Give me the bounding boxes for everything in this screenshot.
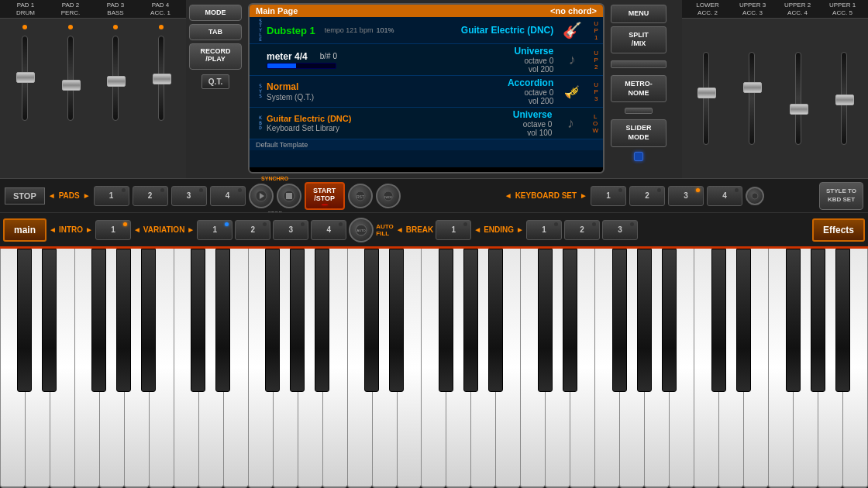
row-content-style: Dubstep 1 tempo 121 bpm 101% (267, 25, 461, 36)
intro-btn-1[interactable]: 1 (95, 220, 131, 240)
r-fader-track-1 (703, 52, 709, 145)
ending-btn-2[interactable]: 2 (564, 220, 600, 240)
fader-handle-4[interactable] (153, 74, 171, 84)
black-key-28[interactable] (711, 249, 726, 392)
style-name: Dubstep 1 (267, 25, 315, 36)
black-key-17[interactable] (439, 249, 453, 392)
r-fader-handle-4[interactable] (835, 95, 854, 105)
display-row-sys[interactable]: SYS Normal System (Q.T.) Accordion octav… (250, 76, 603, 108)
menu-button[interactable]: MENU (611, 5, 666, 23)
variation-btn-2[interactable]: 2 (235, 220, 270, 240)
black-key-33[interactable] (835, 249, 850, 392)
black-key-22[interactable] (563, 249, 577, 392)
fader-top-3 (96, 22, 135, 33)
svg-text:AUTO: AUTO (357, 229, 366, 232)
right-label-upper3: UPPER 3 ACC. 3 (730, 2, 775, 16)
template-row: Default Template (250, 139, 603, 150)
black-key-5[interactable] (141, 249, 156, 392)
synchro-group: SYNCHRO STOP (249, 176, 301, 216)
black-key-1[interactable] (42, 249, 57, 392)
metronome-button[interactable]: METRO-NOME (611, 75, 666, 102)
black-key-14[interactable] (364, 249, 379, 392)
black-key-25[interactable] (637, 249, 652, 392)
main-display: Main Page <no chord> STYLE Dubstep 1 tem… (248, 3, 604, 174)
kbd-btn-1[interactable]: 1 (591, 186, 626, 206)
black-key-32[interactable] (811, 249, 825, 392)
r-fader-handle-3[interactable] (790, 104, 808, 115)
display-chord: <no chord> (550, 6, 597, 15)
mode-button[interactable]: MODE (189, 5, 242, 21)
break-btn-1[interactable]: 1 (436, 220, 471, 240)
fader-handle-2[interactable] (62, 80, 81, 91)
pads-label: PADS (59, 191, 80, 200)
right-header-row: LOWER ACC. 2 UPPER 3 ACC. 3 UPPER 2 ACC.… (682, 0, 868, 19)
fader-handle-3[interactable] (107, 76, 126, 87)
pad-btn-3[interactable]: 3 (171, 186, 207, 206)
row-label-sys: SYS (254, 84, 267, 99)
black-key-29[interactable] (736, 249, 751, 392)
pads-arrow-right: ► (83, 191, 91, 200)
pad-btn-1[interactable]: 1 (94, 186, 129, 206)
start-stop-button[interactable]: START /STOP (305, 182, 345, 210)
fade-button[interactable]: FADE (376, 184, 401, 208)
main-button[interactable]: main (3, 218, 46, 242)
display-row-meter[interactable]: meter 4/4 b/# 0 Universe oct (250, 44, 603, 76)
kbd-end-button[interactable] (746, 187, 764, 205)
ending-btn-3[interactable]: 3 (602, 220, 638, 240)
right-label-lower: LOWER ACC. 2 (685, 2, 730, 16)
intro-arrow-right: ► (85, 225, 93, 234)
kbd-guitar: Guitar Electric (DNC) (267, 114, 351, 123)
synchro-start-button[interactable] (249, 184, 274, 208)
reset-tap-button[interactable]: RST (348, 184, 373, 208)
right-label-upper1: UPPER 1 ACC. 5 (820, 2, 865, 16)
slider-mode-button[interactable]: SLIDERMODE (611, 119, 666, 146)
kbd-btn-2[interactable]: 2 (629, 186, 665, 206)
pad-btn-2[interactable]: 2 (133, 186, 168, 206)
synchro-label: SYNCHRO (261, 176, 288, 181)
arranger-row: main ◄ INTRO ► 1 ◄ VARIATION ► 1 2 3 4 A… (0, 212, 868, 246)
row-label-style: STYLE (254, 19, 267, 42)
variation-btn-4[interactable]: 4 (311, 220, 346, 240)
r-fader-handle-1[interactable] (698, 88, 716, 98)
fader-handle-1[interactable] (16, 72, 35, 83)
display-row-kbd[interactable]: KBD Guitar Electric (DNC) Keyboard Set L… (250, 108, 603, 139)
synchro-stop-button[interactable] (277, 184, 301, 208)
record-play-button[interactable]: RECORD /PLAY (189, 43, 242, 70)
r-fader-handle-2[interactable] (743, 82, 762, 93)
black-key-7[interactable] (191, 249, 205, 392)
pad-btn-4[interactable]: 4 (210, 186, 246, 206)
pads-arrow-left: ◄ (48, 191, 56, 200)
black-key-19[interactable] (488, 249, 503, 392)
black-key-12[interactable] (315, 249, 329, 392)
variation-btn-1[interactable]: 1 (197, 220, 232, 240)
black-key-24[interactable] (612, 249, 627, 392)
variation-btn-3[interactable]: 3 (273, 220, 308, 240)
black-key-11[interactable] (290, 249, 305, 392)
display-row-style[interactable]: STYLE Dubstep 1 tempo 121 bpm 101% Guita… (250, 17, 603, 44)
break-arrow-left: ◄ (396, 225, 404, 234)
black-key-21[interactable] (538, 249, 553, 392)
black-key-3[interactable] (91, 249, 106, 392)
style-to-kbd-button[interactable]: STYLE TOKBD SET (819, 182, 863, 210)
keyboard-set-label: KEYBOARD SET (515, 191, 577, 200)
center-panel: MODE TAB RECORD /PLAY Q.T. Main Page <no… (186, 0, 682, 178)
black-key-8[interactable] (215, 249, 230, 392)
kbd-btn-3[interactable]: 3 (668, 186, 704, 206)
auto-fill-button[interactable]: AUTO (349, 218, 374, 242)
qt-button[interactable]: Q.T. (202, 74, 229, 89)
black-key-15[interactable] (389, 249, 404, 392)
split-mix-button[interactable]: SPLIT/MIX (611, 26, 666, 53)
effects-button[interactable]: Effects (812, 218, 865, 242)
black-key-0[interactable] (17, 249, 32, 392)
kbd-btn-4[interactable]: 4 (707, 186, 742, 206)
fader-col-1 (5, 22, 44, 175)
black-key-18[interactable] (463, 249, 478, 392)
tab-button[interactable]: TAB (189, 24, 242, 40)
ending-btn-1[interactable]: 1 (526, 220, 562, 240)
black-key-10[interactable] (265, 249, 280, 392)
octave-1: octave 0 (524, 57, 553, 65)
black-key-26[interactable] (662, 249, 677, 392)
black-key-31[interactable] (786, 249, 801, 392)
black-key-4[interactable] (116, 249, 131, 392)
stop-button[interactable]: STOP (5, 187, 45, 204)
